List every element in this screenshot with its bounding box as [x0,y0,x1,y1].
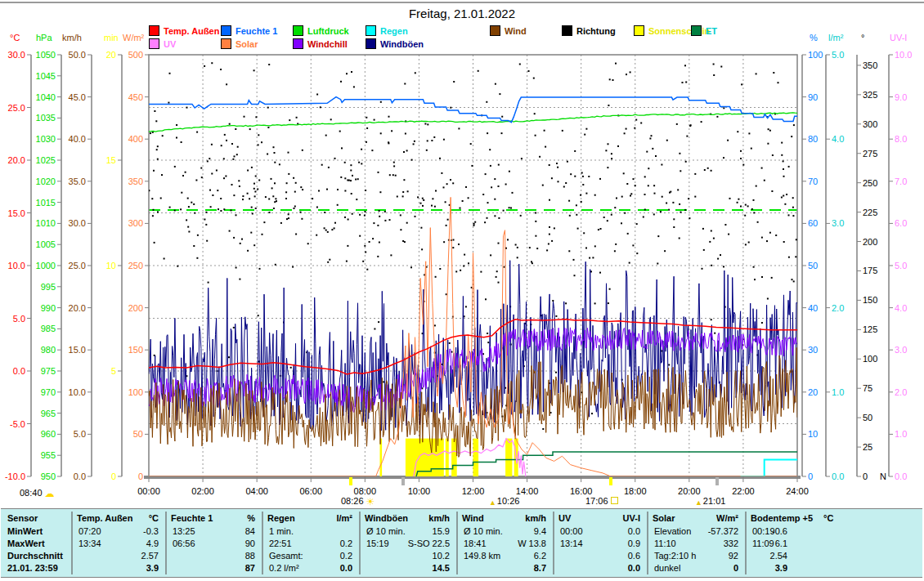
stats-cell: 3.9 [714,561,787,574]
series-regen [741,459,797,476]
stats-cell: 88 [182,549,255,562]
svg-text:1050: 1050 [36,50,56,60]
svg-text:1.0: 1.0 [832,387,844,397]
stats-cell: 8.7 [473,561,546,574]
svg-text:2.0: 2.0 [832,303,844,313]
svg-text:100: 100 [128,387,143,397]
svg-text:5.0: 5.0 [832,50,844,60]
svg-text:90: 90 [808,92,818,102]
svg-text:300: 300 [128,218,143,228]
svg-text:1040: 1040 [36,92,56,102]
stats-cell: Regen [267,512,295,525]
svg-text:1010: 1010 [36,218,56,228]
stats-cell: 4.9 [85,537,159,550]
svg-text:350: 350 [128,177,143,186]
svg-text:1020: 1020 [36,177,56,186]
stats-cell: °C [110,512,159,525]
svg-text:5.0: 5.0 [74,429,86,439]
svg-text:min: min [104,33,119,42]
svg-text:250: 250 [863,178,877,188]
svg-text:80: 80 [808,134,818,144]
table-separator [553,512,554,574]
stats-cell: W/m² [689,512,738,525]
stats-cell: 84 [182,525,255,538]
stats-cell: km/h [497,512,546,525]
svg-text:0.0: 0.0 [74,472,86,481]
square-icon [611,497,618,504]
stats-cell: 90 [182,537,255,550]
svg-text:1025: 1025 [36,155,56,165]
svg-text:-10.0: -10.0 [5,472,25,481]
svg-text:60: 60 [808,218,818,228]
svg-text:10.0: 10.0 [69,387,86,397]
svg-text:7.0: 7.0 [895,177,907,186]
svg-text:995: 995 [41,282,56,292]
stats-cell: l/m² [303,512,352,525]
svg-text:25.0: 25.0 [8,103,25,113]
sub-axis-tick [609,477,612,485]
stats-cell: Sensor [7,512,38,525]
marker-17:06: 17:06 [585,495,618,507]
svg-text:l/m²: l/m² [828,33,844,42]
svg-text:400: 400 [128,134,143,144]
svg-text:25.0: 25.0 [69,261,86,270]
svg-text:125: 125 [863,324,877,334]
svg-text:150: 150 [128,345,143,355]
stats-cell: -0.3 [85,525,159,538]
sub-axis-tick [349,477,352,485]
cloud-icon: ☁ [45,488,55,499]
svg-text:40.0: 40.0 [69,134,86,144]
stats-cell: 14.5 [376,561,450,574]
svg-text:980: 980 [41,345,56,355]
svg-text:45.0: 45.0 [69,92,86,102]
axis-deg: 3503253002752502252001751501251007550250… [857,33,886,481]
svg-text:30.0: 30.0 [69,218,86,228]
stats-cell: 6.2 [473,549,546,562]
stats-cell: 0.2 [279,549,352,562]
svg-text:1030: 1030 [36,134,56,144]
marker-08:40: 08:40 ☁ [20,487,55,498]
stats-cell: S-SO 22.5 [376,537,450,550]
svg-text:955: 955 [41,450,56,460]
table-separator [262,512,263,574]
svg-text:25: 25 [863,442,872,452]
stats-cell: °C [823,512,833,525]
table-separator [71,512,73,574]
svg-text:200: 200 [863,237,877,247]
svg-text:-5.0: -5.0 [10,419,25,429]
svg-text:10: 10 [808,429,818,439]
table-separator [647,512,648,574]
svg-text:275: 275 [863,149,877,159]
svg-text:15.0: 15.0 [69,345,86,355]
svg-text:990: 990 [41,303,56,313]
svg-text:00:00: 00:00 [137,486,160,496]
axis-hPa: 1050104510401035103010251020101510101005… [36,33,61,481]
stats-cell: 0.0 [567,561,640,574]
table-separator [456,512,458,574]
marker-08:26: 08:26 ☀ [341,495,375,507]
svg-text:02:00: 02:00 [191,486,214,496]
svg-text:4.0: 4.0 [895,303,907,313]
svg-text:22:00: 22:00 [732,486,755,496]
svg-text:200: 200 [128,303,143,313]
svg-text:5.0: 5.0 [895,261,907,270]
svg-text:325: 325 [863,90,877,100]
svg-text:5: 5 [111,366,116,376]
svg-text:0: 0 [863,472,868,481]
stats-cell: 2.54 [714,549,787,562]
svg-text:20: 20 [808,387,818,397]
sub-axis-tick [401,477,405,485]
axis-lm2: 5.04.03.02.01.00.0l/m² [826,33,844,481]
stats-cell: 3.9 [85,561,159,574]
svg-text:6.0: 6.0 [895,218,907,228]
svg-text:50.0: 50.0 [69,50,86,60]
marker-21:01: ▲ 21:01 [695,495,725,507]
svg-text:°: ° [861,33,864,42]
svg-text:0.0: 0.0 [832,472,844,481]
stats-cell: 0.6 [567,549,640,562]
svg-text:35.0: 35.0 [69,177,86,186]
svg-text:%: % [810,33,818,42]
axis-kmh: 50.045.040.035.030.025.020.015.010.05.00… [62,33,92,481]
svg-text:70: 70 [808,177,818,186]
svg-text:1045: 1045 [36,71,56,81]
